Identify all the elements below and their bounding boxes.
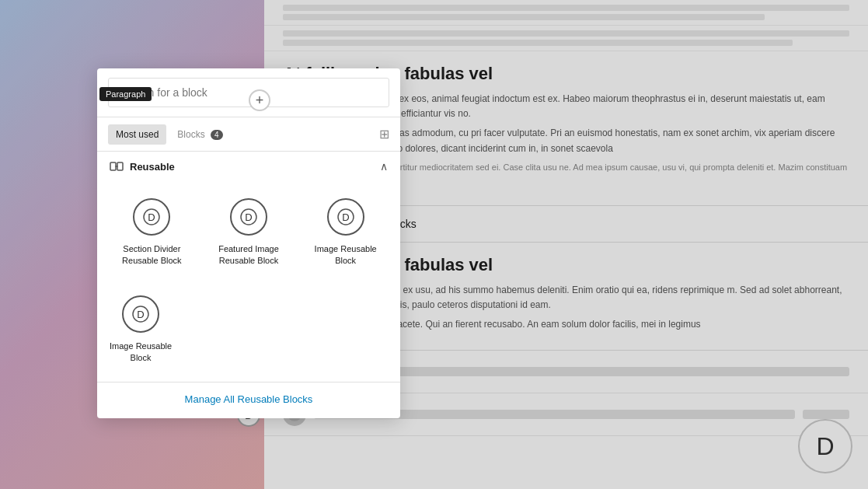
reusable-section-icon	[110, 159, 124, 173]
svg-rect-5	[117, 162, 123, 170]
tabs-row: Most used Blocks 4 ⊞	[97, 117, 400, 152]
block-icon-2: D	[230, 198, 267, 236]
block-icon-1: D	[133, 198, 170, 236]
section-label: Reusable	[130, 161, 175, 173]
plus-button[interactable]: +	[249, 89, 270, 111]
tab-most-used[interactable]: Most used	[108, 124, 166, 145]
block-item-image-reusable-2[interactable]: D Image ReusableBlock	[103, 285, 178, 375]
tab-blocks-badge: 4	[211, 130, 223, 140]
block-label-2: Featured ImageReusable Block	[218, 243, 279, 267]
svg-text:D: D	[148, 211, 155, 223]
tab-grid-icon[interactable]: ⊞	[379, 127, 389, 141]
svg-rect-4	[110, 162, 116, 170]
block-grid: D Section DividerReusable Block D Featur…	[97, 181, 400, 285]
tab-blocks[interactable]: Blocks 4	[169, 124, 230, 145]
block-label-1: Section DividerReusable Block	[122, 243, 181, 267]
block-icon-3: D	[327, 198, 364, 236]
block-grid-row2: D Image ReusableBlock	[97, 285, 400, 382]
block-icon-4: D	[122, 295, 159, 333]
block-item-image-reusable-1[interactable]: D Image ReusableBlock	[297, 187, 394, 278]
svg-text:D: D	[342, 211, 349, 223]
manage-all-link[interactable]: Manage All Reusable Blocks	[185, 393, 313, 405]
manage-link-container: Manage All Reusable Blocks	[97, 382, 400, 418]
chevron-up-icon: ∧	[380, 160, 388, 173]
section-header-reusable[interactable]: Reusable ∧	[97, 152, 400, 181]
block-label-3: Image ReusableBlock	[315, 243, 377, 267]
paragraph-tooltip: Paragraph	[99, 87, 152, 101]
svg-text:D: D	[245, 211, 252, 223]
block-inserter-panel: Most used Blocks 4 ⊞ Reusable ∧	[97, 68, 400, 418]
section-header-left: Reusable	[110, 159, 175, 173]
svg-text:D: D	[137, 309, 144, 320]
block-label-4: Image ReusableBlock	[110, 341, 172, 365]
block-item-section-divider[interactable]: D Section DividerReusable Block	[103, 187, 200, 278]
block-item-featured-image[interactable]: D Featured ImageReusable Block	[200, 187, 298, 278]
